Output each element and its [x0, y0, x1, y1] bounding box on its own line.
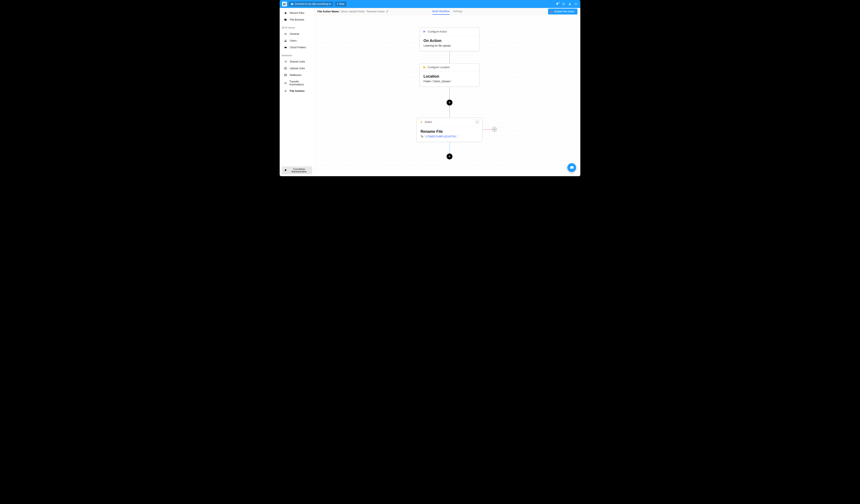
node-configure-action[interactable]: Configure Action On Action Listening for…: [419, 28, 479, 51]
admin-label: Couchdrop Administration: [288, 168, 310, 173]
sidebar-item-label: Transfer Automations: [289, 80, 310, 86]
tab-build-workflow[interactable]: Build Workflow: [432, 8, 449, 15]
new-button[interactable]: + New: [335, 1, 346, 6]
help-icon[interactable]: [562, 2, 565, 6]
file-action-name-label: File Action Name:: [317, 10, 340, 13]
shuffle-icon: [284, 81, 287, 85]
node-header-label: Action: [425, 121, 432, 123]
svg-point-13: [285, 91, 286, 91]
app-logo[interactable]: [282, 2, 287, 6]
svg-rect-0: [283, 3, 284, 4]
svg-rect-3: [285, 4, 286, 5]
node-action[interactable]: Action X Rename File To ' / {TIMESTAMP}-…: [417, 118, 483, 142]
svg-point-9: [286, 61, 287, 61]
sidebar-item-upload-links[interactable]: Upload Links: [282, 65, 312, 72]
sidebar-item-users[interactable]: Users: [282, 37, 312, 44]
node-configure-location[interactable]: Configure Location Location Folder / Cli…: [419, 63, 479, 87]
sidebar: Recent Files File Browser SFTP Server Ge…: [280, 8, 315, 176]
enable-file-action-button[interactable]: Enable File Action: [548, 9, 577, 14]
file-action-name-value: Demo Upload Portal - Rename Action: [341, 10, 384, 13]
sidebar-item-cloud-folders[interactable]: Cloud Folders: [282, 44, 312, 51]
sidebar-item-label: Upload Links: [290, 67, 305, 70]
svg-point-10: [286, 62, 287, 63]
sidebar-item-file-actions[interactable]: File Actions: [282, 88, 312, 94]
new-label: New: [339, 2, 344, 5]
status-dot-icon: [551, 11, 553, 12]
sidebar-item-label: File Browser: [290, 18, 304, 21]
svg-point-8: [285, 61, 285, 62]
plus-icon: +: [337, 2, 339, 5]
notifications-icon[interactable]: [556, 2, 559, 6]
node-header: Configure Action: [420, 28, 479, 36]
add-branch-button[interactable]: +: [492, 127, 497, 132]
sidebar-item-shared-links[interactable]: Shared Links: [282, 58, 312, 65]
cloud-icon: [284, 46, 287, 49]
rocket-icon: [420, 120, 423, 124]
sidebar-item-label: Mailboxes: [290, 74, 301, 76]
svg-rect-2: [283, 4, 284, 5]
sidebar-item-label: General: [290, 32, 299, 35]
enable-label: Enable File Action: [554, 10, 574, 13]
node-header: Configure Location: [420, 63, 479, 71]
node-subtitle: To ' / {TIMESTAMP}-{EXISTIN...': [420, 135, 478, 138]
subtabs: Build Workflow Settings: [432, 8, 462, 15]
subheader: File Action Name: Demo Upload Portal - R…: [315, 8, 580, 15]
connector-line: [449, 142, 450, 153]
sidebar-item-label: Users: [290, 39, 297, 42]
user-icon[interactable]: [568, 2, 572, 6]
logout-icon[interactable]: [574, 2, 578, 6]
chat-fab[interactable]: [567, 163, 576, 172]
sidebar-item-general[interactable]: General: [282, 31, 312, 37]
sidebar-item-transfer-automations[interactable]: Transfer Automations: [282, 78, 312, 88]
sidebar-heading-scenarios: Scenarios: [280, 51, 314, 58]
file-action-name: File Action Name: Demo Upload Portal - R…: [317, 10, 389, 13]
sidebar-item-label: Shared Links: [290, 60, 305, 63]
users-icon: [284, 39, 287, 42]
svg-rect-1: [285, 3, 286, 4]
star-icon: [284, 11, 287, 15]
workflow-canvas[interactable]: Configure Action On Action Listening for…: [315, 15, 580, 176]
sidebar-item-label: Recent Files: [290, 12, 304, 14]
node-title: Rename File: [420, 129, 478, 134]
connect-label: Connect to my-sftp.couchdrop.io: [295, 2, 331, 5]
svg-point-5: [570, 3, 571, 4]
gear-icon: [284, 169, 287, 172]
share-icon: [284, 60, 287, 63]
bars-icon: [284, 32, 287, 36]
sidebar-item-label: File Actions: [290, 90, 304, 92]
add-step-button[interactable]: +: [447, 100, 453, 105]
connect-button[interactable]: Connect to my-sftp.couchdrop.io: [288, 1, 333, 6]
folder-icon: [422, 66, 426, 69]
connector-line: [449, 87, 450, 100]
main: File Action Name: Demo Upload Portal - R…: [315, 8, 580, 176]
sidebar-item-file-browser[interactable]: File Browser: [282, 16, 312, 23]
sidebar-item-mailboxes[interactable]: Mailboxes: [282, 72, 312, 78]
node-title: On Action: [424, 39, 476, 43]
gear-icon: [284, 89, 287, 93]
sidebar-item-recent-files[interactable]: Recent Files: [282, 10, 312, 16]
node-header-label: Configure Action: [428, 30, 447, 33]
admin-button[interactable]: Couchdrop Administration: [282, 166, 312, 174]
edit-icon[interactable]: [386, 10, 389, 13]
connector-line: [483, 129, 492, 130]
topbar: Connect to my-sftp.couchdrop.io + New: [280, 0, 580, 8]
connector-line: [449, 51, 450, 63]
node-header: Action X: [417, 118, 482, 127]
node-subtitle: Listening for file upload: [424, 44, 476, 47]
add-step-button[interactable]: +: [447, 153, 453, 159]
upload-icon: [284, 67, 287, 70]
mail-icon: [284, 73, 287, 77]
play-icon: [422, 30, 426, 33]
sidebar-heading-sftp: SFTP Server: [280, 24, 314, 31]
node-title: Location: [424, 74, 476, 79]
svg-point-6: [285, 40, 286, 41]
svg-point-7: [286, 40, 286, 41]
sidebar-item-label: Cloud Folders: [290, 46, 306, 49]
folder-icon: [284, 18, 287, 21]
node-header-label: Configure Location: [428, 66, 450, 69]
node-close-button[interactable]: X: [475, 120, 479, 124]
tab-settings[interactable]: Settings: [453, 8, 462, 15]
connector-line: [449, 105, 450, 118]
node-subtitle: Folder / Client_Upload /: [424, 80, 476, 83]
